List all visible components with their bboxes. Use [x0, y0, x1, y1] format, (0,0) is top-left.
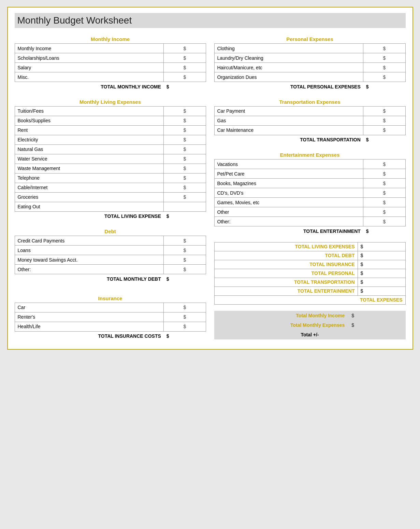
- row-label: Eating Out: [15, 202, 164, 211]
- row-label: Natural Gas: [15, 144, 164, 154]
- row-dollar: $: [164, 173, 206, 183]
- table-row: Car Payment$: [214, 106, 405, 116]
- row-label: Other: [214, 207, 363, 217]
- row-label: Car: [15, 303, 164, 312]
- personal-expenses-total-dollar: $: [363, 82, 405, 92]
- row-label: Waste Management: [15, 164, 164, 173]
- debt-table: Credit Card Payments$Loans$Money toward …: [15, 236, 206, 284]
- table-row: Car Maintenance$: [214, 125, 405, 135]
- table-row: Monthly Income$: [15, 44, 206, 53]
- row-dollar: $: [164, 164, 206, 173]
- table-row: Rent$: [15, 125, 206, 135]
- row-dollar: $: [363, 106, 405, 116]
- table-row: Scholarships/Loans$: [15, 53, 206, 63]
- row-label: Salary: [15, 63, 164, 72]
- summary-dollar: $: [358, 260, 405, 269]
- table-row: Credit Card Payments$: [15, 236, 206, 246]
- row-dollar: $: [164, 303, 206, 312]
- table-row: Tuition/Fees$: [15, 106, 206, 116]
- monthly-income-total-row: TOTAL MONTHLY INCOME $: [15, 82, 206, 92]
- entertainment-title: Entertainment Expenses: [214, 152, 406, 158]
- row-label: Games, Movies, etc: [214, 198, 363, 207]
- row-label: Renter's: [15, 312, 164, 322]
- row-label: Monthly Income: [15, 44, 164, 53]
- table-row: Groceries$: [15, 192, 206, 202]
- row-dollar: $: [363, 44, 405, 53]
- total-expenses-bottom-dollar: $: [348, 320, 405, 330]
- table-row: Health/Life$: [15, 322, 206, 331]
- total-plusminus-row: Total +/-: [214, 330, 406, 339]
- summary-row: TOTAL DEBT$: [214, 251, 405, 260]
- row-label: Groceries: [15, 192, 164, 202]
- summary-label: TOTAL ENTERTAINMENT: [214, 287, 358, 295]
- row-label: Gas: [214, 116, 363, 125]
- transportation-total-label: TOTAL TRANSPORTATION: [214, 135, 363, 144]
- table-row: Haircut/Manicure, etc$: [214, 63, 405, 72]
- total-expenses-row: TOTAL EXPENSES: [214, 295, 405, 304]
- monthly-income-table: Monthly Income$Scholarships/Loans$Salary…: [15, 43, 206, 92]
- row-label: Haircut/Manicure, etc: [214, 63, 363, 72]
- right-column: Personal Expenses Clothing$Laundry/Dry C…: [214, 33, 406, 341]
- total-income-label: Total Monthly Income: [214, 311, 348, 320]
- table-row: Renter's$: [15, 312, 206, 322]
- total-expenses-label: TOTAL EXPENSES: [214, 295, 405, 304]
- row-dollar: $: [164, 144, 206, 154]
- total-expenses-bottom-row: Total Monthly Expenses $: [214, 320, 406, 330]
- debt-total-dollar: $: [164, 274, 206, 284]
- row-label: Organization Dues: [214, 72, 363, 82]
- table-row: Loans$: [15, 246, 206, 255]
- row-dollar: $: [164, 125, 206, 135]
- row-label: Car Payment: [214, 106, 363, 116]
- table-row: Clothing$: [214, 44, 405, 53]
- table-row: Games, Movies, etc$: [214, 198, 405, 207]
- row-label: Cable/Internet: [15, 183, 164, 192]
- insurance-table: Car$Renter's$Health/Life$ TOTAL INSURANC…: [15, 303, 206, 341]
- row-dollar: $: [164, 72, 206, 82]
- monthly-income-total-dollar: $: [164, 82, 206, 92]
- summary-row: TOTAL PERSONAL$: [214, 269, 405, 278]
- summary-label: TOTAL DEBT: [214, 251, 358, 260]
- personal-expenses-table: Clothing$Laundry/Dry Cleaning$Haircut/Ma…: [214, 43, 406, 92]
- row-label: Health/Life: [15, 322, 164, 331]
- row-dollar: $: [363, 125, 405, 135]
- monthly-income-total-label: TOTAL MONTHLY INCOME: [15, 82, 164, 92]
- row-dollar: $: [363, 207, 405, 217]
- total-income-row: Total Monthly Income $: [214, 311, 406, 320]
- debt-total-label: TOTAL MONTHLY DEBT: [15, 274, 164, 284]
- row-dollar: $: [164, 44, 206, 53]
- table-row: Waste Management$: [15, 164, 206, 173]
- row-label: Tuition/Fees: [15, 106, 164, 116]
- worksheet: Monthly Budget Worksheet Monthly Income …: [7, 7, 413, 350]
- row-dollar: $: [164, 236, 206, 246]
- debt-title: Debt: [15, 228, 206, 234]
- summary-row: TOTAL ENTERTAINMENT$: [214, 287, 405, 295]
- table-row: Cable/Internet$: [15, 183, 206, 192]
- total-plusminus-label: Total +/-: [214, 330, 406, 339]
- insurance-total-row: TOTAL INSURANCE COSTS $: [15, 331, 206, 341]
- table-row: Natural Gas$: [15, 144, 206, 154]
- row-dollar: $: [164, 135, 206, 144]
- insurance-total-dollar: $: [164, 331, 206, 341]
- total-expenses-bottom-label: Total Monthly Expenses: [214, 320, 348, 330]
- table-row: Organization Dues$: [214, 72, 405, 82]
- transportation-table: Car Payment$Gas$Car Maintenance$ TOTAL T…: [214, 106, 406, 145]
- table-row: Other:$: [15, 265, 206, 274]
- table-row: Electricity$: [15, 135, 206, 144]
- summary-label: TOTAL PERSONAL: [214, 269, 358, 278]
- entertainment-total-row: TOTAL ENTERTAINMENT $: [214, 226, 405, 236]
- row-dollar: $: [363, 169, 405, 179]
- row-dollar: $: [164, 63, 206, 72]
- entertainment-table: Vacations$Pet/Pet Care$Books, Magazines$…: [214, 159, 406, 236]
- transportation-total-row: TOTAL TRANSPORTATION $: [214, 135, 405, 144]
- row-label: Books, Magazines: [214, 179, 363, 188]
- transportation-title: Transportation Expenses: [214, 99, 406, 105]
- summary-label: TOTAL LIVING EXPENSES: [214, 242, 358, 251]
- left-column: Monthly Income Monthly Income$Scholarshi…: [15, 33, 206, 341]
- summary-table: TOTAL LIVING EXPENSES$TOTAL DEBT$TOTAL I…: [214, 242, 406, 305]
- page-title: Monthly Budget Worksheet: [15, 13, 406, 28]
- table-row: CD's, DVD's$: [214, 188, 405, 198]
- monthly-income-title: Monthly Income: [15, 36, 206, 42]
- summary-row: TOTAL INSURANCE$: [214, 260, 405, 269]
- summary-label: TOTAL INSURANCE: [214, 260, 358, 269]
- row-label: Telephone: [15, 173, 164, 183]
